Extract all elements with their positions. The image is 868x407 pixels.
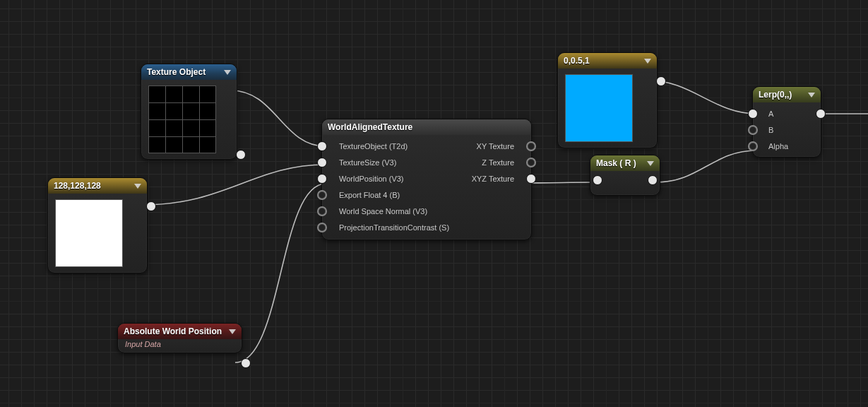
texture-thumbnail	[148, 85, 216, 153]
node-title: 128,128,128	[54, 181, 101, 191]
input-pin[interactable]	[317, 141, 327, 151]
output-pin[interactable]	[648, 175, 658, 185]
output-pin[interactable]	[526, 141, 536, 151]
node-title: Lerp(0,,)	[759, 90, 792, 100]
output-label: Z Texture	[482, 158, 514, 167]
node-lerp[interactable]: Lerp(0,,) A B Alpha	[752, 86, 821, 158]
output-label: XYZ Texture	[472, 175, 514, 183]
node-constant-0-05-1[interactable]: 0,0.5,1	[557, 52, 658, 148]
input-label: B	[768, 126, 773, 134]
node-mask-r[interactable]: Mask ( R )	[590, 155, 660, 196]
chevron-down-icon[interactable]	[647, 161, 654, 166]
input-label: Export Float 4 (B)	[339, 191, 400, 199]
node-title: 0,0.5,1	[564, 56, 590, 66]
input-label: A	[768, 110, 773, 118]
color-swatch	[55, 199, 123, 267]
output-label: XY Texture	[477, 142, 514, 151]
output-pin[interactable]	[146, 201, 156, 211]
chevron-down-icon[interactable]	[134, 184, 141, 189]
input-label: TextureObject (T2d)	[339, 142, 408, 151]
node-absolute-world-position[interactable]: Absolute World Position Input Data	[117, 323, 242, 353]
output-pin[interactable]	[816, 109, 826, 119]
input-pin-a[interactable]	[748, 109, 758, 119]
input-pin[interactable]	[317, 174, 327, 184]
chevron-down-icon[interactable]	[224, 70, 231, 75]
input-label: ProjectionTransitionContrast (S)	[339, 223, 449, 232]
input-label: World Space Normal (V3)	[339, 207, 427, 216]
input-pin-alpha[interactable]	[748, 141, 758, 151]
chevron-down-icon[interactable]	[229, 329, 236, 334]
node-constant-128[interactable]: 128,128,128	[47, 177, 148, 273]
input-pin[interactable]	[317, 190, 327, 200]
input-pin-b[interactable]	[748, 125, 758, 135]
node-texture-object[interactable]: Texture Object	[141, 64, 237, 160]
node-world-aligned-texture[interactable]: WorldAlignedTexture TextureObject (T2d)X…	[321, 119, 532, 240]
node-title: Texture Object	[147, 67, 206, 77]
output-pin[interactable]	[526, 158, 536, 167]
input-label: TextureSize (V3)	[339, 158, 396, 167]
chevron-down-icon[interactable]	[808, 93, 815, 98]
output-pin[interactable]	[656, 76, 666, 86]
chevron-down-icon[interactable]	[644, 59, 651, 64]
input-label: Alpha	[768, 142, 788, 151]
output-pin[interactable]	[526, 174, 536, 184]
input-pin[interactable]	[317, 223, 327, 232]
node-title: Absolute World Position	[124, 326, 222, 336]
input-pin[interactable]	[317, 206, 327, 216]
input-pin[interactable]	[593, 175, 602, 185]
output-pin[interactable]	[236, 150, 246, 160]
node-subtitle: Input Data	[118, 339, 242, 353]
output-pin[interactable]	[241, 358, 251, 368]
node-title: Mask ( R )	[596, 158, 636, 168]
color-swatch	[565, 74, 633, 142]
node-title: WorldAlignedTexture	[328, 122, 412, 132]
input-pin[interactable]	[317, 158, 327, 167]
input-label: WorldPosition (V3)	[339, 175, 404, 183]
